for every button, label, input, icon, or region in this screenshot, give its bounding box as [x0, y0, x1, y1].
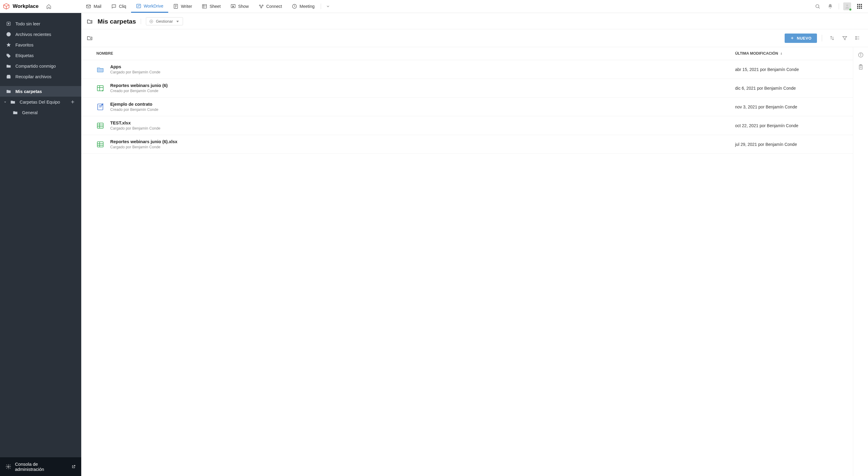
- column-header-name[interactable]: NOMBRE: [96, 51, 735, 56]
- unread-icon: [6, 21, 11, 26]
- view-toggle-button[interactable]: [852, 33, 863, 43]
- column-header-modified[interactable]: ÚLTIMA MODIFICACIÓN: [735, 51, 838, 56]
- file-modified: dic 6, 2021 por Benjamín Conde: [735, 86, 838, 91]
- svg-point-36: [91, 22, 91, 22]
- folder-icon: [96, 66, 104, 73]
- home-button[interactable]: [45, 2, 53, 10]
- sidebar-item-collect[interactable]: Recopilar archivos: [0, 71, 81, 82]
- app-label: Sheet: [210, 4, 221, 9]
- svg-marker-43: [843, 36, 847, 40]
- app-tab-mail[interactable]: Mail: [81, 0, 106, 13]
- collect-icon: [6, 74, 11, 79]
- svg-point-40: [91, 38, 91, 39]
- file-name: TEST.xlsx: [110, 121, 735, 125]
- chevron-down-icon: [176, 19, 180, 24]
- sidebar-item-unread[interactable]: Todo sin leer: [0, 19, 81, 29]
- file-meta: Creado por Benjamín Conde: [110, 107, 735, 112]
- svg-rect-29: [7, 76, 10, 78]
- nav-separator: [321, 4, 321, 9]
- sidebar-item-label: General: [22, 110, 38, 115]
- file-row[interactable]: Reportes webinars junio (6).xlsx Cargado…: [81, 135, 853, 154]
- app-tab-writer[interactable]: Writer: [168, 0, 197, 13]
- admin-label: Consola de administración: [15, 462, 67, 472]
- app-tab-meeting[interactable]: Meeting: [287, 0, 319, 13]
- file-row[interactable]: Reportes webinars junio (6) Creado por B…: [81, 79, 853, 98]
- writer-doc-icon: [96, 103, 104, 111]
- folder-icon: [6, 89, 11, 94]
- file-modified: abr 15, 2021 por Benjamín Conde: [735, 67, 838, 72]
- bell-icon: [828, 4, 833, 9]
- user-icon: [844, 4, 850, 9]
- svg-line-19: [260, 6, 261, 7]
- notifications-button[interactable]: [826, 2, 835, 10]
- xlsx-icon: [96, 122, 104, 130]
- apps-grid-button[interactable]: [855, 2, 864, 10]
- file-row[interactable]: TEST.xlsx Cargado por Benjamín Conde oct…: [81, 116, 853, 135]
- app-label: WorkDrive: [144, 4, 163, 8]
- manage-label: Gestionar: [156, 19, 173, 24]
- new-button[interactable]: NUEVO: [785, 34, 817, 43]
- breadcrumb-root-button[interactable]: [87, 35, 93, 41]
- separator: [822, 35, 822, 41]
- app-tab-show[interactable]: Show: [226, 0, 254, 13]
- file-modified: oct 22, 2021 por Benjamín Conde: [735, 123, 838, 128]
- filter-button[interactable]: [840, 33, 850, 43]
- table-header: NOMBRE ÚLTIMA MODIFICACIÓN: [81, 47, 853, 60]
- top-bar: Workplace Mail Cliq WorkDrive Writer She…: [0, 0, 868, 13]
- sidebar-item-label: Etiquetas: [16, 53, 33, 58]
- sidebar-item-labels[interactable]: Etiquetas: [0, 50, 81, 61]
- svg-rect-44: [856, 36, 857, 37]
- app-tab-workdrive[interactable]: WorkDrive: [131, 0, 168, 13]
- app-tab-cliq[interactable]: Cliq: [106, 0, 131, 13]
- admin-console-button[interactable]: Consola de administración: [0, 457, 81, 476]
- sort-icon: [829, 35, 835, 41]
- file-modified: jul 29, 2021 por Benjamín Conde: [735, 142, 838, 147]
- svg-point-37: [151, 21, 152, 22]
- search-button[interactable]: [813, 2, 822, 10]
- app-label: Connect: [267, 4, 282, 9]
- activity-panel-button[interactable]: [857, 63, 864, 71]
- sidebar-item-recent[interactable]: Archivos recientes: [0, 29, 81, 39]
- sidebar-item-label: Recopilar archivos: [16, 74, 51, 79]
- view-icon: [855, 35, 860, 41]
- svg-line-20: [261, 6, 262, 7]
- shared-icon: [6, 63, 11, 69]
- sheet-icon: [202, 4, 207, 9]
- mail-icon: [86, 4, 91, 9]
- file-name: Reportes webinars junio (6): [110, 83, 735, 88]
- sidebar-item-my-folders[interactable]: Mis carpetas: [0, 86, 81, 97]
- app-label: Cliq: [119, 4, 126, 9]
- right-rail: [853, 47, 868, 476]
- sort-button[interactable]: [827, 33, 837, 43]
- sidebar-item-label: Mis carpetas: [16, 89, 42, 94]
- svg-point-35: [7, 466, 9, 468]
- file-row[interactable]: Ejemplo de contrato Creado por Benjamín …: [81, 98, 853, 116]
- external-link-icon: [71, 465, 76, 469]
- file-meta: Creado por Benjamín Conde: [110, 89, 735, 93]
- user-avatar[interactable]: [843, 2, 851, 10]
- tag-icon: [6, 53, 11, 58]
- page-voidheader: Mis carpetas Gestionar: [81, 13, 868, 29]
- app-tab-connect[interactable]: Connect: [254, 0, 287, 13]
- folder-icon: [13, 110, 18, 115]
- add-team-folder-button[interactable]: [70, 99, 75, 104]
- apps-more-button[interactable]: [322, 0, 334, 13]
- sidebar-item-label: Favoritos: [16, 42, 33, 47]
- svg-point-38: [150, 20, 153, 23]
- sort-desc-icon: [780, 52, 783, 55]
- sidebar-item-general[interactable]: General: [0, 107, 81, 118]
- app-label: Meeting: [300, 4, 315, 9]
- file-row[interactable]: Apps Cargado por Benjamín Conde abr 15, …: [81, 60, 853, 79]
- chat-icon: [111, 4, 117, 9]
- apps-nav: Mail Cliq WorkDrive Writer Sheet Show Co…: [81, 0, 334, 13]
- sidebar-item-shared[interactable]: Compartido conmigo: [0, 61, 81, 71]
- file-table: NOMBRE ÚLTIMA MODIFICACIÓN Apps Cargado …: [81, 47, 853, 476]
- manage-button[interactable]: Gestionar: [146, 17, 183, 25]
- sidebar-item-favorites[interactable]: Favoritos: [0, 39, 81, 50]
- svg-point-22: [816, 4, 819, 7]
- info-panel-button[interactable]: [857, 51, 864, 59]
- grid-icon: [857, 4, 862, 9]
- sidebar-item-team-folders[interactable]: Carpetas Del Equipo: [0, 97, 81, 107]
- filter-icon: [842, 35, 847, 41]
- app-tab-sheet[interactable]: Sheet: [197, 0, 226, 13]
